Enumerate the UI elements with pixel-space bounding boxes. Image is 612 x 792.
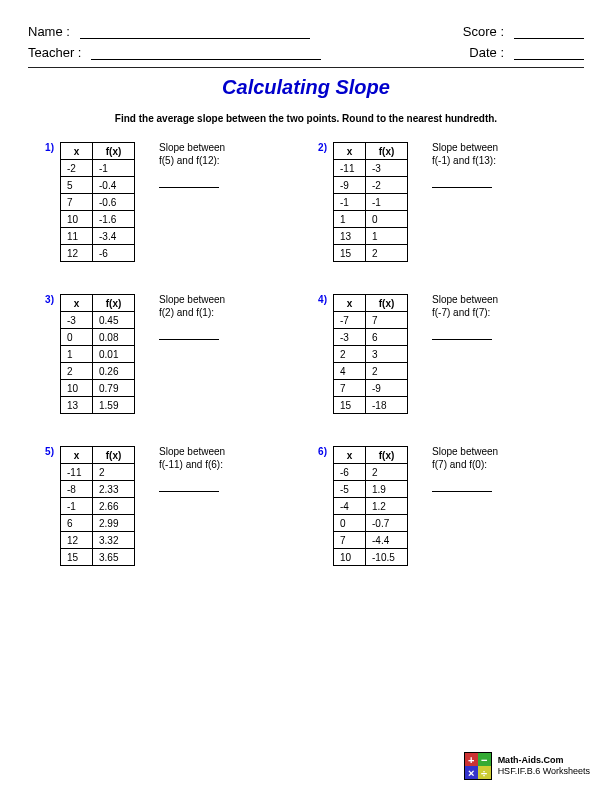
cell-x: -7 [334, 312, 366, 329]
problem-number: 1) [38, 142, 54, 262]
date-label: Date : [469, 45, 504, 60]
cell-x: -8 [61, 481, 93, 498]
col-header-x: x [61, 295, 93, 312]
data-table: xf(x)-62-51.9-41.20-0.77-4.410-10.5 [333, 446, 408, 566]
cell-fx: 0.79 [93, 380, 135, 397]
logo-times-icon: × [465, 766, 478, 779]
table-row: 12-6 [61, 245, 135, 262]
cell-x: 7 [61, 194, 93, 211]
cell-fx: -1.6 [93, 211, 135, 228]
problem-number: 3) [38, 294, 54, 414]
cell-x: 10 [61, 211, 93, 228]
cell-x: 11 [61, 228, 93, 245]
cell-fx: 2 [93, 464, 135, 481]
cell-fx: 1.59 [93, 397, 135, 414]
table-row: -2-1 [61, 160, 135, 177]
cell-fx: -1 [93, 160, 135, 177]
col-header-fx: f(x) [93, 295, 135, 312]
table-row: 7-4.4 [334, 532, 408, 549]
cell-x: 2 [334, 346, 366, 363]
slope-label: Slope between [159, 142, 249, 153]
data-table: xf(x)-11-3-9-2-1-110131152 [333, 142, 408, 262]
table-row: -9-2 [334, 177, 408, 194]
col-header-x: x [334, 447, 366, 464]
table-row: 131 [334, 228, 408, 245]
cell-fx: -3.4 [93, 228, 135, 245]
teacher-input-line [91, 46, 321, 60]
col-header-x: x [334, 143, 366, 160]
col-header-x: x [61, 447, 93, 464]
slope-points: f(-11) and f(6): [159, 459, 249, 470]
cell-fx: 1 [366, 228, 408, 245]
cell-fx: -9 [366, 380, 408, 397]
table-row: 5-0.4 [61, 177, 135, 194]
slope-prompt: Slope betweenf(-7) and f(7): [432, 294, 522, 414]
cell-fx: 2.33 [93, 481, 135, 498]
data-table: xf(x)-30.4500.0810.0120.26100.79131.59 [60, 294, 135, 414]
answer-line [159, 480, 219, 492]
answer-line [432, 328, 492, 340]
cell-fx: 0 [366, 211, 408, 228]
slope-points: f(-1) and f(13): [432, 155, 522, 166]
table-row: 15-18 [334, 397, 408, 414]
cell-x: 1 [334, 211, 366, 228]
cell-fx: -18 [366, 397, 408, 414]
table-row: 7-0.6 [61, 194, 135, 211]
problem-number: 6) [311, 446, 327, 566]
cell-x: -3 [61, 312, 93, 329]
problem-number: 2) [311, 142, 327, 262]
cell-x: -6 [334, 464, 366, 481]
table-row: 131.59 [61, 397, 135, 414]
cell-x: -1 [334, 194, 366, 211]
cell-x: 0 [61, 329, 93, 346]
table-row: 152 [334, 245, 408, 262]
answer-line [432, 176, 492, 188]
cell-fx: 2 [366, 464, 408, 481]
cell-fx: 0.26 [93, 363, 135, 380]
cell-x: -1 [61, 498, 93, 515]
cell-x: -3 [334, 329, 366, 346]
table-row: 10-1.6 [61, 211, 135, 228]
cell-x: 4 [334, 363, 366, 380]
cell-fx: -4.4 [366, 532, 408, 549]
slope-label: Slope between [432, 294, 522, 305]
table-row: 62.99 [61, 515, 135, 532]
problem: 1)xf(x)-2-15-0.47-0.610-1.611-3.412-6Slo… [38, 142, 301, 262]
answer-line [159, 328, 219, 340]
problem: 5)xf(x)-112-82.33-12.6662.99123.32153.65… [38, 446, 301, 566]
cell-x: 13 [334, 228, 366, 245]
cell-x: 12 [61, 245, 93, 262]
cell-x: 7 [334, 380, 366, 397]
cell-fx: 2 [366, 245, 408, 262]
cell-x: 15 [334, 397, 366, 414]
table-row: 153.65 [61, 549, 135, 566]
cell-x: -11 [334, 160, 366, 177]
col-header-fx: f(x) [93, 143, 135, 160]
data-table: xf(x)-77-3623427-915-18 [333, 294, 408, 414]
cell-x: -2 [61, 160, 93, 177]
cell-fx: 2 [366, 363, 408, 380]
problem: 3)xf(x)-30.4500.0810.0120.26100.79131.59… [38, 294, 301, 414]
col-header-fx: f(x) [366, 295, 408, 312]
problem: 4)xf(x)-77-3623427-915-18Slope betweenf(… [311, 294, 574, 414]
logo-divide-icon: ÷ [478, 766, 491, 779]
table-row: -1-1 [334, 194, 408, 211]
slope-label: Slope between [159, 294, 249, 305]
slope-prompt: Slope betweenf(-1) and f(13): [432, 142, 522, 262]
footer: + − × ÷ Math-Aids.Com HSF.IF.B.6 Workshe… [464, 752, 590, 780]
table-row: -12.66 [61, 498, 135, 515]
table-row: 11-3.4 [61, 228, 135, 245]
problem-number: 5) [38, 446, 54, 566]
col-header-fx: f(x) [93, 447, 135, 464]
table-row: 10 [334, 211, 408, 228]
slope-prompt: Slope betweenf(5) and f(12): [159, 142, 249, 262]
cell-fx: 3 [366, 346, 408, 363]
answer-line [432, 480, 492, 492]
table-row: 7-9 [334, 380, 408, 397]
col-header-x: x [334, 295, 366, 312]
col-header-x: x [61, 143, 93, 160]
slope-points: f(5) and f(12): [159, 155, 249, 166]
table-row: -77 [334, 312, 408, 329]
cell-x: -5 [334, 481, 366, 498]
cell-x: 13 [61, 397, 93, 414]
